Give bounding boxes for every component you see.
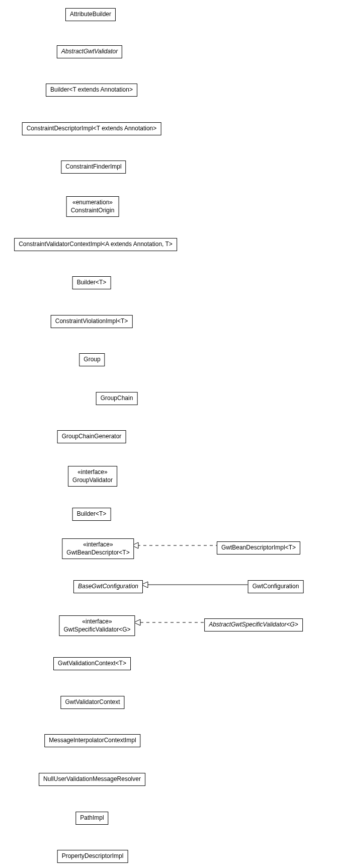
class-label: PropertyDescriptorImpl (62, 852, 124, 860)
class-label: GwtSpecificValidator<G> (63, 626, 130, 634)
class-label: ConstraintViolationImpl<T> (55, 318, 128, 326)
class-nulluservalidationmessageresolver: NullUserValidationMessageResolver (39, 773, 145, 786)
class-label: GwtValidatorContext (65, 698, 120, 706)
class-label: ConstraintFinderImpl (65, 163, 121, 171)
class-label: GroupValidator (72, 477, 113, 485)
stereotype-label: «interface» (72, 468, 113, 477)
class-label: ConstraintOrigin (71, 207, 115, 215)
class-gwtbeandescriptorimpl: GwtBeanDescriptorImpl<T> (217, 541, 300, 555)
class-label: ConstraintValidatorContextImpl<A extends… (19, 241, 173, 249)
class-label: GwtConfiguration (252, 583, 299, 591)
class-abstractgwtvalidator: AbstractGwtValidator (57, 45, 122, 58)
class-constraintdescriptorimpl: ConstraintDescriptorImpl<T extends Annot… (22, 122, 161, 135)
class-label: ConstraintDescriptorImpl<T extends Annot… (27, 125, 157, 133)
interface-gwtspecificvalidator: «interface» GwtSpecificValidator<G> (59, 615, 135, 636)
class-label: MessageInterpolatorContextImpl (49, 737, 136, 745)
class-gwtconfiguration: GwtConfiguration (248, 580, 304, 593)
stereotype-label: «interface» (66, 541, 129, 549)
class-label: GroupChain (101, 394, 133, 403)
class-label: AttributeBuilder (70, 11, 111, 19)
class-builder-annotation: Builder<T extends Annotation> (46, 84, 137, 97)
class-label: Builder<T extends Annotation> (50, 86, 133, 94)
class-constraintviolationimpl: ConstraintViolationImpl<T> (51, 315, 133, 328)
class-builder-t-2: Builder<T> (72, 508, 111, 521)
class-builder-t-1: Builder<T> (72, 276, 111, 289)
class-label: Builder<T> (77, 279, 107, 287)
class-messageinterpolatorcontextimpl: MessageInterpolatorContextImpl (44, 734, 140, 747)
enum-constraintorigin: «enumeration» ConstraintOrigin (66, 196, 119, 217)
class-label: Builder<T> (77, 510, 107, 518)
class-label: Group (83, 356, 100, 364)
class-label: NullUserValidationMessageResolver (43, 775, 141, 783)
class-label: GwtValidationContext<T> (58, 660, 126, 668)
class-label: BaseGwtConfiguration (78, 583, 138, 591)
class-label: GwtBeanDescriptorImpl<T> (221, 544, 296, 552)
class-gwtvalidationcontext: GwtValidationContext<T> (53, 657, 131, 670)
uml-class-diagram: AttributeBuilder AbstractGwtValidator Bu… (0, 0, 338, 868)
class-constraintfinderimpl: ConstraintFinderImpl (61, 161, 126, 174)
class-label: AbstractGwtSpecificValidator<G> (209, 621, 298, 629)
class-group: Group (79, 353, 105, 366)
class-label: PathImpl (80, 814, 104, 822)
stereotype-label: «interface» (63, 618, 130, 626)
class-pathimpl: PathImpl (75, 812, 108, 825)
stereotype-label: «enumeration» (71, 199, 115, 207)
class-gwtvalidatorcontext: GwtValidatorContext (60, 696, 124, 709)
class-basegwtconfiguration: BaseGwtConfiguration (73, 580, 143, 593)
class-attributebuilder: AttributeBuilder (65, 8, 116, 21)
class-label: GwtBeanDescriptor<T> (66, 549, 129, 557)
class-label: GroupChainGenerator (62, 433, 122, 441)
interface-gwtbeandescriptor: «interface» GwtBeanDescriptor<T> (62, 538, 134, 559)
class-groupchain: GroupChain (96, 392, 138, 405)
class-groupchaingenerator: GroupChainGenerator (57, 430, 126, 443)
class-propertydescriptorimpl: PropertyDescriptorImpl (57, 850, 128, 863)
class-constraintvalidatorcontextimpl: ConstraintValidatorContextImpl<A extends… (14, 238, 177, 251)
class-label: AbstractGwtValidator (61, 48, 118, 56)
class-abstractgwtspecificvalidator: AbstractGwtSpecificValidator<G> (204, 618, 303, 632)
interface-groupvalidator: «interface» GroupValidator (68, 466, 117, 487)
